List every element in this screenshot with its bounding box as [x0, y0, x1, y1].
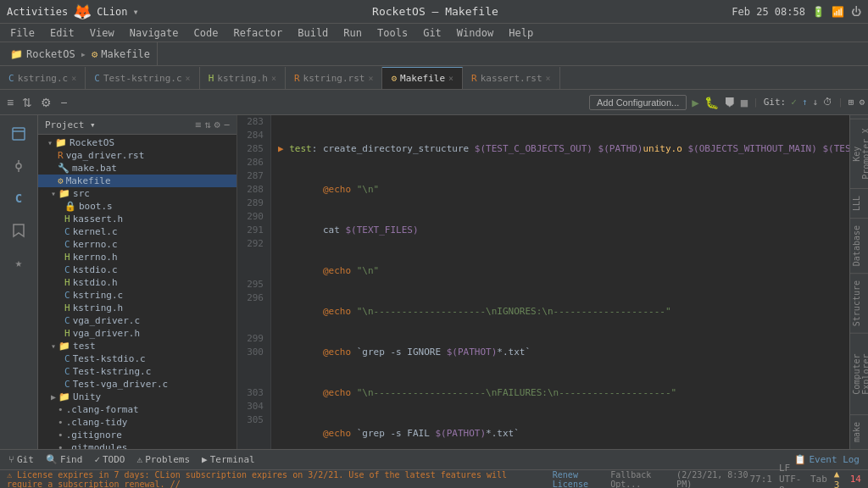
- sidebar-icon-bookmark[interactable]: [3, 215, 34, 246]
- test-icon: 📁: [58, 341, 70, 352]
- toolbar-more-icon[interactable]: ⚙: [859, 97, 865, 108]
- tab-kstring-h[interactable]: H kstring.h ×: [200, 67, 286, 89]
- close-icon[interactable]: ×: [448, 74, 453, 83]
- tree-item-testkstringc[interactable]: C Test-kstring.c: [38, 365, 236, 378]
- menu-refactor[interactable]: Refactor: [226, 25, 289, 41]
- git-pull-icon[interactable]: ↓: [813, 97, 819, 108]
- menu-build[interactable]: Build: [291, 25, 335, 41]
- close-icon[interactable]: ×: [368, 74, 373, 83]
- menu-file[interactable]: File: [3, 25, 42, 41]
- menu-window[interactable]: Window: [450, 25, 500, 41]
- toolbar-coverage-icon[interactable]: ⛊: [724, 96, 736, 109]
- menu-git[interactable]: Git: [416, 25, 448, 41]
- terminal-icon: ▶: [202, 454, 208, 465]
- warnings-badge[interactable]: ▲ 3: [834, 469, 843, 489]
- code-scroll[interactable]: 283 284 285 286 287 288 289 290 291 292 …: [237, 115, 849, 449]
- panel-icon-list[interactable]: ≡: [195, 119, 201, 130]
- src-icon: 📁: [58, 188, 70, 199]
- tree-item-vgah[interactable]: H vga_driver.h: [38, 327, 236, 340]
- problems-icon: ⚠: [137, 454, 143, 465]
- tab-test-kstring-c[interactable]: C Test-kstring.c ×: [86, 67, 199, 89]
- toolbar-btn-collapse[interactable]: −: [57, 94, 70, 111]
- tree-item-root[interactable]: ▾ 📁 RocketOS: [38, 136, 236, 149]
- toolbar-btn-sort[interactable]: ⇅: [19, 94, 36, 111]
- fallback-opt-link[interactable]: Fallback Opt...: [610, 470, 671, 489]
- tree-item-kerrnoh[interactable]: H kerrno.h: [38, 251, 236, 263]
- panel-icon-sort[interactable]: ⇅: [204, 119, 210, 130]
- panel-icon-minimize[interactable]: −: [224, 119, 230, 130]
- toolbar-debug-icon[interactable]: 🐛: [704, 96, 719, 109]
- tree-item-clang-tidy[interactable]: • .clang-tidy: [38, 416, 236, 429]
- menu-edit[interactable]: Edit: [43, 25, 81, 41]
- tree-item-kernelc[interactable]: C kernel.c: [38, 225, 236, 238]
- bottom-tool-problems[interactable]: ⚠ Problems: [132, 452, 196, 467]
- right-sidebar-tab-lll[interactable]: LLL: [850, 188, 868, 218]
- toolbar-expand-icon[interactable]: ⊞: [849, 97, 854, 108]
- bottom-tool-terminal[interactable]: ▶ Terminal: [197, 452, 260, 467]
- toolbar-btn-list[interactable]: ≡: [3, 94, 17, 111]
- todo-icon: ✓: [94, 454, 100, 465]
- tree-item-kassert[interactable]: H kassert.h: [38, 213, 236, 225]
- git-push-icon[interactable]: ↑: [802, 97, 808, 108]
- tab-makefile[interactable]: ⚙ Makefile ×: [382, 67, 463, 89]
- tree-item-testvgac[interactable]: C Test-vga_driver.c: [38, 378, 236, 391]
- toolbar-separator2: |: [837, 97, 843, 108]
- sidebar-icon-project[interactable]: [3, 119, 34, 149]
- tree-item-kstdioh[interactable]: H kstdio.h: [38, 276, 236, 289]
- git-check-icon[interactable]: ✓: [791, 97, 797, 108]
- menu-run[interactable]: Run: [337, 25, 369, 41]
- tree-item-kerrnoc[interactable]: C kerrno.c: [38, 238, 236, 251]
- tree-item-src[interactable]: ▾ 📁 src: [38, 187, 236, 200]
- right-sidebar-tab-computer-explorer[interactable]: Computer Explorer: [850, 333, 868, 414]
- tree-item-testkstdioc[interactable]: C Test-kstdio.c: [38, 352, 236, 365]
- sidebar-icon-commit[interactable]: [3, 151, 34, 181]
- close-icon[interactable]: ×: [186, 74, 191, 83]
- menu-tools[interactable]: Tools: [370, 25, 415, 41]
- panel-icon-gear[interactable]: ⚙: [214, 119, 220, 130]
- tab-kstring-c[interactable]: C kstring.c ×: [0, 67, 86, 89]
- bottom-tool-find[interactable]: 🔍 Find: [41, 452, 88, 467]
- tab-kassert-rst[interactable]: R kassert.rst ×: [463, 67, 560, 89]
- tree-item-makebat[interactable]: 🔧 make.bat: [38, 162, 236, 175]
- close-icon[interactable]: ×: [71, 74, 76, 83]
- app-name[interactable]: CLion: [97, 6, 127, 18]
- bottom-tool-git[interactable]: ⑂ Git: [3, 452, 39, 467]
- tree-item-kstringc[interactable]: C kstring.c: [38, 289, 236, 302]
- vgac-icon: C: [64, 315, 70, 326]
- menu-help[interactable]: Help: [502, 25, 540, 41]
- tree-item-vga-rst[interactable]: R vga_driver.rst: [38, 149, 236, 162]
- tree-item-gitignore[interactable]: • .gitignore: [38, 429, 236, 441]
- tree-item-kstringh[interactable]: H kstring.h: [38, 302, 236, 314]
- activities-label[interactable]: Activities: [7, 6, 68, 18]
- right-sidebar-tab-database[interactable]: Database: [850, 218, 868, 273]
- close-icon[interactable]: ×: [271, 74, 276, 83]
- close-icon[interactable]: ×: [546, 74, 551, 83]
- right-sidebar-tab-make[interactable]: make: [850, 414, 868, 449]
- toolbar-stop-icon[interactable]: ■: [741, 96, 748, 109]
- bottom-tool-todo[interactable]: ✓ TODO: [89, 452, 130, 467]
- toolbar-btn-settings[interactable]: ⚙: [37, 94, 55, 111]
- tree-item-kstdioc[interactable]: C kstdio.c: [38, 263, 236, 276]
- tab-kstring-rst[interactable]: R kstring.rst ×: [286, 67, 383, 89]
- tree-item-gitmodules[interactable]: • .gitmodules: [38, 441, 236, 449]
- right-sidebar-tab-structure[interactable]: Structure: [850, 273, 868, 333]
- sidebar-icon-favorites[interactable]: ★: [3, 247, 34, 278]
- menu-code[interactable]: Code: [187, 25, 225, 41]
- app-dropdown-icon[interactable]: ▾: [132, 6, 138, 18]
- tree-item-vgac[interactable]: C vga_driver.c: [38, 314, 236, 327]
- add-configuration-button[interactable]: Add Configuration...: [589, 95, 687, 110]
- tree-item-boots[interactable]: 🔒 boot.s: [38, 200, 236, 213]
- errors-badge[interactable]: 14: [850, 474, 861, 485]
- menu-navigate[interactable]: Navigate: [123, 25, 186, 41]
- tree-item-makefile-root[interactable]: ⚙ Makefile: [38, 175, 236, 187]
- toolbar-run-icon[interactable]: ▶: [692, 96, 698, 109]
- kstdioh-icon: H: [64, 277, 70, 288]
- menu-view[interactable]: View: [83, 25, 121, 41]
- tree-item-unity[interactable]: ▶ 📁 Unity: [38, 391, 236, 403]
- git-history-icon[interactable]: ⏱: [823, 97, 832, 108]
- renew-license-link[interactable]: Renew License: [553, 470, 605, 489]
- right-sidebar-tab-keypromoter[interactable]: Key Promoter X: [850, 119, 868, 188]
- tree-item-test[interactable]: ▾ 📁 test: [38, 340, 236, 352]
- tree-item-clang-format[interactable]: • .clang-format: [38, 403, 236, 416]
- sidebar-icon-clion[interactable]: C: [3, 183, 34, 214]
